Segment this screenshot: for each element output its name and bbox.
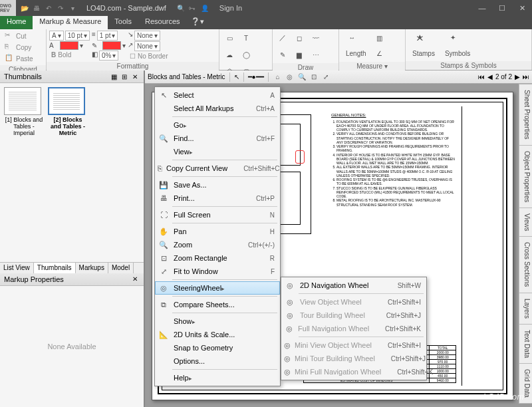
rtab-cross-sections[interactable]: Cross Sections bbox=[519, 236, 532, 293]
home-icon[interactable]: ⌂ bbox=[273, 73, 283, 80]
last-page-icon[interactable]: ⏭ bbox=[523, 73, 529, 80]
menu-item-zoom-rectangle[interactable]: ⊡Zoom RectangleR bbox=[155, 251, 280, 265]
draw-more-icon[interactable]: ⋯ bbox=[309, 47, 323, 62]
next-page-icon[interactable]: ▶ bbox=[515, 73, 520, 80]
menu-item-2d-units-scale-[interactable]: 📐2D Units & Scale... bbox=[155, 328, 280, 341]
draw-shapes-icon[interactable]: ◻ bbox=[292, 31, 307, 45]
thumb-tool2-icon[interactable]: ⊞ bbox=[120, 72, 129, 81]
draw-line-icon[interactable]: ／ bbox=[275, 31, 290, 45]
panel-formatting-label: Formatting bbox=[47, 62, 219, 70]
context-submenu[interactable]: ◎2D Navigation WheelShift+W◎View Object … bbox=[281, 277, 427, 380]
font-dd[interactable]: A▾ bbox=[49, 31, 64, 41]
lineweight-dd[interactable]: 1 pt▾ bbox=[97, 31, 118, 41]
line-color-icon[interactable]: ✎ bbox=[92, 42, 101, 49]
menu-item-go[interactable]: Go bbox=[155, 118, 280, 132]
qat-redo-icon[interactable]: ↷ bbox=[56, 3, 65, 13]
tab-resources[interactable]: Resources bbox=[138, 16, 187, 29]
arrow-end-dd[interactable]: None▾ bbox=[134, 41, 160, 51]
menu-item-2d-navigation-wheel[interactable]: ◎2D Navigation WheelShift+W bbox=[281, 279, 426, 292]
menu-item-pan[interactable]: ✋PanH bbox=[155, 225, 280, 238]
minimize-icon[interactable]: — bbox=[472, 4, 492, 13]
rtab-views[interactable]: Views bbox=[519, 207, 532, 237]
callout-ellipse-icon[interactable]: ◯ bbox=[239, 47, 253, 62]
tab-markup-measure[interactable]: Markup & Measure bbox=[33, 16, 108, 29]
paste-button[interactable]: 📋Paste bbox=[3, 53, 35, 64]
opacity-dd[interactable]: 0%▾ bbox=[99, 51, 118, 61]
rtab-text-data[interactable]: Text Data bbox=[519, 324, 532, 364]
qat-plot-icon[interactable]: 🖶 bbox=[32, 3, 41, 13]
measure-poly-icon[interactable]: ∠ bbox=[372, 46, 387, 61]
length-button[interactable]: ↔Length bbox=[342, 31, 370, 61]
context-menu[interactable]: ↖SelectASelect All MarkupsCtrl+AGo🔍Find.… bbox=[154, 86, 281, 386]
rtab-layers[interactable]: Layers bbox=[519, 293, 532, 325]
first-page-icon[interactable]: ⏮ bbox=[478, 73, 485, 80]
menu-item-fit-to-window[interactable]: ⤢Fit to WindowF bbox=[155, 265, 280, 278]
qat-undo-icon[interactable]: ↶ bbox=[44, 3, 53, 13]
help-icon[interactable]: ❔▾ bbox=[187, 16, 208, 29]
tab-tools[interactable]: Tools bbox=[108, 16, 138, 29]
cursor-icon[interactable]: ↖ bbox=[234, 73, 239, 80]
draw-freehand-icon[interactable]: ✎ bbox=[275, 47, 290, 62]
menu-item-save-as-[interactable]: 💾Save As... bbox=[155, 178, 280, 192]
zoomwin-icon[interactable]: ⊡ bbox=[309, 73, 319, 80]
signin-icon[interactable]: 👤 bbox=[201, 5, 210, 12]
left-tab-listview[interactable]: List View bbox=[0, 263, 34, 273]
zoom-icon[interactable]: 🔍 bbox=[297, 73, 307, 80]
app-logo[interactable]: DWG REV bbox=[0, 0, 16, 16]
slider-icon[interactable]: ━●━━ bbox=[248, 73, 264, 80]
stamps-button[interactable]: 🟊Stamps bbox=[408, 31, 439, 60]
thumbnail-2[interactable]: [2] Blocks and Tables - Metric bbox=[48, 87, 88, 136]
mprops-close-icon[interactable]: ✕ bbox=[130, 275, 140, 284]
left-tab-markups[interactable]: Markups bbox=[76, 263, 108, 273]
close-icon[interactable]: ✕ bbox=[512, 4, 532, 13]
qat-dropdown-icon[interactable]: ▾ bbox=[68, 3, 77, 13]
thumb-close-icon[interactable]: ✕ bbox=[130, 72, 140, 81]
symbols-button[interactable]: ✦Symbols bbox=[441, 31, 474, 60]
keyword-icon[interactable]: 🗝 bbox=[189, 5, 198, 12]
menu-item-steeringwheel[interactable]: ◎SteeringWheel bbox=[155, 281, 280, 295]
menu-item-compare-sheets-[interactable]: ⧉Compare Sheets... bbox=[155, 298, 280, 311]
rtab-sheet-properties[interactable]: Sheet Properties bbox=[519, 84, 532, 146]
menu-item-snap-to-geometry[interactable]: Snap to Geometry bbox=[155, 341, 280, 354]
measure-area-icon[interactable]: ▥ bbox=[372, 31, 387, 45]
menu-item-copy-current-view[interactable]: ⎘Copy Current ViewCtrl+Shift+C bbox=[155, 162, 280, 175]
left-tab-model[interactable]: Model bbox=[108, 263, 134, 273]
bold-button[interactable]: B Bold bbox=[49, 51, 90, 59]
menu-item-print-[interactable]: 🖶Print...Ctrl+P bbox=[155, 192, 280, 205]
no-border-button[interactable]: ☐ No Border bbox=[128, 52, 170, 61]
wheel-icon[interactable]: ◎ bbox=[285, 73, 295, 80]
draw-polyline-icon[interactable]: 〰 bbox=[309, 31, 323, 45]
line-color-swatch[interactable] bbox=[102, 41, 121, 50]
callout-rect-icon[interactable]: ▭ bbox=[222, 31, 237, 45]
cut-button[interactable]: ✂Cut bbox=[3, 31, 35, 41]
callout-text-icon[interactable]: T bbox=[239, 31, 253, 45]
left-tab-thumbnails[interactable]: Thumbnails bbox=[34, 263, 76, 274]
thumb-tool1-icon[interactable]: ▦ bbox=[109, 72, 118, 81]
draw-highlight-icon[interactable]: ▆ bbox=[292, 47, 307, 62]
callout-cloud-icon[interactable]: ☁ bbox=[222, 47, 237, 62]
font-color-swatch[interactable] bbox=[60, 41, 78, 50]
signin-button[interactable]: Sign In bbox=[215, 4, 246, 12]
search-icon[interactable]: 🔍 bbox=[177, 5, 186, 12]
thumbnail-1[interactable]: [1] Blocks and Tables - Imperial bbox=[4, 87, 44, 136]
panel-measure-label[interactable]: Measure ▾ bbox=[339, 62, 405, 70]
prev-page-icon[interactable]: ◀ bbox=[487, 73, 493, 80]
qat-open-icon[interactable]: 📂 bbox=[20, 3, 29, 13]
zoomall-icon[interactable]: ⤢ bbox=[321, 73, 331, 80]
font-size-dd[interactable]: 10 pt▾ bbox=[65, 31, 90, 41]
menu-item-show[interactable]: Show bbox=[155, 315, 280, 328]
rtab-object-properties[interactable]: Object Properties bbox=[519, 145, 532, 208]
arrow-start-dd[interactable]: None▾ bbox=[134, 31, 160, 41]
menu-item-select-all-markups[interactable]: Select All MarkupsCtrl+A bbox=[155, 102, 280, 115]
menu-item-full-screen[interactable]: ⛶Full ScreenN bbox=[155, 208, 280, 221]
menu-item-find-[interactable]: 🔍Find...Ctrl+F bbox=[155, 132, 280, 145]
menu-item-zoom[interactable]: 🔍ZoomCtrl+(+/-) bbox=[155, 238, 280, 251]
tab-home[interactable]: Home bbox=[0, 16, 33, 29]
font-color-icon[interactable]: A bbox=[49, 42, 59, 49]
copy-button[interactable]: ⎘Copy bbox=[3, 42, 35, 53]
maximize-icon[interactable]: ☐ bbox=[492, 4, 512, 13]
menu-item-view[interactable]: View bbox=[155, 145, 280, 158]
menu-item-options-[interactable]: Options... bbox=[155, 354, 280, 368]
menu-item-select[interactable]: ↖SelectA bbox=[155, 88, 280, 102]
menu-item-help[interactable]: Help bbox=[155, 371, 280, 384]
